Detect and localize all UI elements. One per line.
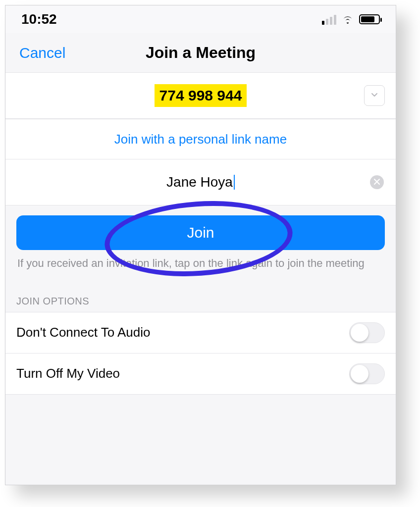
join-button[interactable]: Join xyxy=(16,215,385,250)
app-window: 10:52 Cancel Join a Meeting 774 998 944 … xyxy=(5,5,396,485)
join-options-header: JOIN OPTIONS xyxy=(5,286,396,312)
dont-connect-audio-label: Don't Connect To Audio xyxy=(16,325,150,340)
personal-link-button[interactable]: Join with a personal link name xyxy=(114,132,287,147)
nav-header: Cancel Join a Meeting xyxy=(5,33,396,73)
meeting-id-row: 774 998 944 xyxy=(5,72,396,119)
meeting-id-input[interactable]: 774 998 944 xyxy=(155,84,247,107)
display-name-value: Jane Hoya xyxy=(166,174,233,190)
turn-off-video-label: Turn Off My Video xyxy=(16,366,120,381)
text-cursor xyxy=(234,175,235,190)
turn-off-video-toggle[interactable] xyxy=(349,363,385,384)
status-time: 10:52 xyxy=(21,11,57,27)
meeting-id-history-dropdown[interactable] xyxy=(364,85,385,106)
display-name-row: Jane Hoya xyxy=(5,159,396,205)
dont-connect-audio-row: Don't Connect To Audio xyxy=(5,312,396,354)
dont-connect-audio-toggle[interactable] xyxy=(349,322,385,343)
clear-name-button[interactable] xyxy=(370,175,384,189)
join-area: Join If you received an invitation link,… xyxy=(5,205,396,286)
display-name-input[interactable]: Jane Hoya xyxy=(166,174,235,190)
status-bar: 10:52 xyxy=(5,5,396,33)
cellular-signal-icon xyxy=(322,14,336,25)
helper-text: If you received an invitation link, tap … xyxy=(16,250,385,282)
battery-icon xyxy=(359,14,380,24)
status-right xyxy=(322,13,380,26)
turn-off-video-row: Turn Off My Video xyxy=(5,353,396,395)
chevron-down-icon xyxy=(370,91,378,101)
personal-link-row: Join with a personal link name xyxy=(5,119,396,159)
wifi-icon xyxy=(341,13,354,26)
cancel-button[interactable]: Cancel xyxy=(19,45,65,61)
close-icon xyxy=(374,178,380,187)
